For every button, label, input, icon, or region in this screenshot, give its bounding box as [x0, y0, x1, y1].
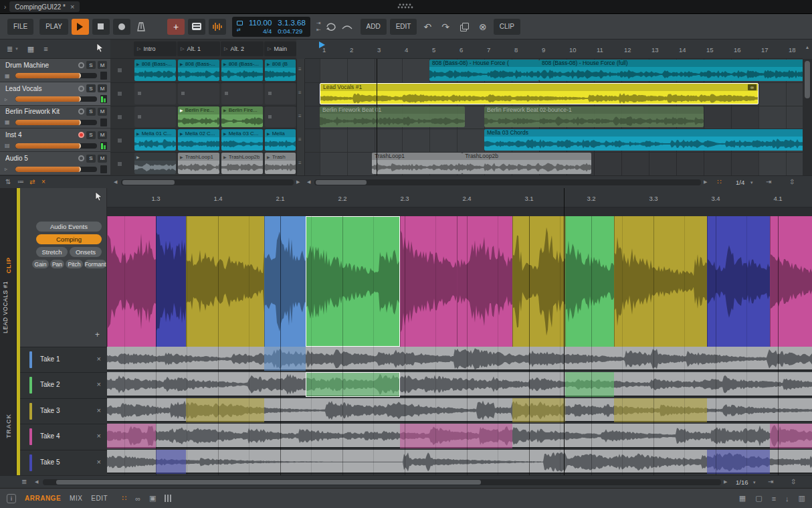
mute-button[interactable]: M — [98, 155, 107, 163]
arranger-clip[interactable]: Berlin Firework Beat 01 — [320, 106, 465, 128]
arranger-clip[interactable]: Berlin Firework Beat 02-bounce-1 — [484, 106, 704, 128]
empty-clip-slot[interactable] — [265, 83, 296, 104]
play-menu-button[interactable]: PLAY — [39, 19, 68, 35]
arranger-clip[interactable]: 808 (Bass-08) - House Force (full) — [539, 60, 803, 81]
delete-take-button[interactable]: × — [97, 406, 101, 414]
add-take-button[interactable]: + — [95, 330, 100, 339]
arranger-clip[interactable]: TrashLoop2b — [462, 153, 591, 174]
comp-segment[interactable] — [565, 216, 614, 347]
zoom-fit-icon[interactable]: ⇳ — [789, 178, 795, 185]
comp-segment[interactable] — [306, 216, 400, 347]
tab-track[interactable]: TRACK — [0, 386, 17, 466]
scene-header[interactable]: ▷Alt. 1 — [177, 41, 220, 56]
launcher-clip[interactable]: ▶TrashLoop2b — [221, 153, 263, 174]
comp-segment[interactable] — [457, 216, 512, 347]
audio-engine-button[interactable] — [209, 19, 226, 35]
scroll-left-icon[interactable]: ◀ — [35, 479, 38, 485]
launcher-clip[interactable]: ▶808 (B — [265, 60, 296, 81]
solo-button[interactable]: S — [86, 155, 96, 163]
mute-button[interactable]: M — [98, 61, 107, 69]
comp-segment[interactable] — [156, 216, 186, 347]
display-mode-icons[interactable]: ⇄ — [237, 21, 243, 32]
arranger-vertical-scrollbar[interactable] — [803, 59, 812, 175]
chevron-down-icon[interactable]: ▾ — [750, 180, 753, 185]
add-track-button[interactable]: ADD — [361, 19, 387, 35]
comp-segment[interactable] — [186, 216, 264, 347]
take-lane[interactable] — [107, 372, 812, 396]
arranger-view-icon[interactable]: ≡ — [43, 45, 47, 53]
record-arm-button[interactable] — [78, 108, 84, 114]
grid-value[interactable]: 1/16 — [736, 479, 748, 486]
take-lanes[interactable] — [107, 347, 812, 475]
clip-stop-button[interactable] — [118, 92, 122, 96]
comp-region-highlight[interactable] — [457, 424, 512, 448]
comping-button[interactable]: Comping — [36, 234, 102, 244]
take-row[interactable]: Take 2× — [20, 373, 107, 398]
comp-segment[interactable] — [400, 216, 457, 347]
launcher-view-icon[interactable]: ▦ — [27, 45, 34, 54]
track-grip-icon[interactable]: ≡ — [298, 90, 302, 96]
scrollbar-handle[interactable] — [316, 180, 367, 185]
mute-button[interactable]: M — [98, 84, 107, 92]
clip-play-icon[interactable]: ▶ — [180, 131, 183, 136]
clip-stop-button[interactable] — [118, 68, 122, 72]
comp-region-highlight[interactable] — [565, 372, 614, 396]
clip-play-icon[interactable]: ▶ — [136, 62, 140, 66]
scene-header[interactable]: ▷Main — [264, 41, 296, 56]
launcher-clip[interactable]: ▶Mella 02 C... — [178, 129, 219, 151]
solo-button[interactable]: S — [86, 131, 96, 139]
solo-button[interactable]: S — [86, 61, 96, 69]
sort-tracks-icon[interactable]: ⇅ — [5, 178, 11, 185]
panel-columns-icon[interactable] — [165, 495, 172, 502]
solo-button[interactable]: S — [86, 108, 96, 116]
volume-fader[interactable] — [15, 120, 97, 125]
take-lane[interactable] — [107, 347, 812, 371]
delete-take-button[interactable]: × — [97, 380, 101, 388]
comp-region-highlight[interactable] — [186, 398, 264, 422]
mute-button[interactable]: M — [98, 108, 107, 116]
track-list-menu-icon[interactable]: ≣ — [7, 45, 13, 54]
layer-stack-icon[interactable]: ≣ — [21, 478, 27, 485]
delete-take-button[interactable]: × — [97, 432, 101, 440]
record-arm-button[interactable] — [78, 86, 84, 92]
comp-segment[interactable] — [107, 216, 156, 347]
comp-region-highlight[interactable] — [707, 450, 770, 474]
take-row[interactable]: Take 3× — [20, 399, 107, 424]
clip-stop-button[interactable] — [118, 139, 122, 143]
arrange-view-tab[interactable]: ARRANGE — [25, 495, 61, 502]
clip-play-icon[interactable]: ▶ — [223, 131, 227, 136]
delete-icon[interactable]: ⊗ — [476, 21, 490, 32]
tempo-value[interactable]: 110.00 — [249, 19, 272, 27]
add-device-button[interactable]: + — [167, 19, 185, 35]
pointer-tool-icon[interactable] — [94, 191, 103, 204]
keyboard-panel-icon[interactable]: ▦ — [739, 494, 746, 503]
mute-button[interactable]: M — [98, 131, 107, 139]
snap-to-grid-icon[interactable]: ⇥ — [768, 478, 773, 485]
take-row[interactable]: Take 1× — [20, 347, 107, 373]
clip-play-icon[interactable]: ▶ — [180, 108, 183, 112]
close-launcher-icon[interactable]: × — [41, 178, 45, 185]
comp-lane[interactable] — [107, 216, 812, 347]
clip-play-icon[interactable]: ▶ — [267, 155, 270, 159]
track-header[interactable]: Audio 5SM▹ — [0, 152, 110, 175]
tab-overflow-icon[interactable]: › — [4, 3, 6, 11]
empty-clip-slot[interactable] — [134, 83, 176, 104]
editor-panel-icon[interactable]: ▢ — [755, 494, 762, 503]
arranger-clip[interactable]: Mella 03 Chords — [484, 129, 803, 151]
comp-region-highlight[interactable] — [306, 372, 400, 396]
track-header[interactable]: Berlin Firework KitSM▦ — [0, 106, 110, 129]
clip-stop-button[interactable] — [118, 162, 122, 166]
comp-segment[interactable] — [707, 216, 770, 347]
grid-value[interactable]: 1/4 — [736, 179, 744, 186]
position-value[interactable]: 3.1.3.68 — [278, 19, 306, 27]
launcher-clip[interactable]: ▶Berlin Fire... — [178, 106, 219, 128]
link-icon[interactable]: ∞ — [135, 495, 140, 503]
arranger-timeline[interactable]: 808 (Bass-08) - House Force (808 (Bass-0… — [305, 59, 803, 175]
arranger-clip[interactable]: 808 (Bass-08) - House Force ( — [429, 60, 539, 81]
launcher-clip[interactable]: ▶808 (Bass-... — [134, 60, 176, 81]
clip-play-icon[interactable]: ▶ — [136, 155, 140, 159]
scrollbar-handle[interactable] — [122, 180, 175, 185]
launcher-h-scrollbar[interactable] — [121, 179, 294, 185]
mixer-panel-icon[interactable]: ▥ — [799, 494, 805, 503]
undo-icon[interactable]: ↶ — [420, 21, 435, 32]
